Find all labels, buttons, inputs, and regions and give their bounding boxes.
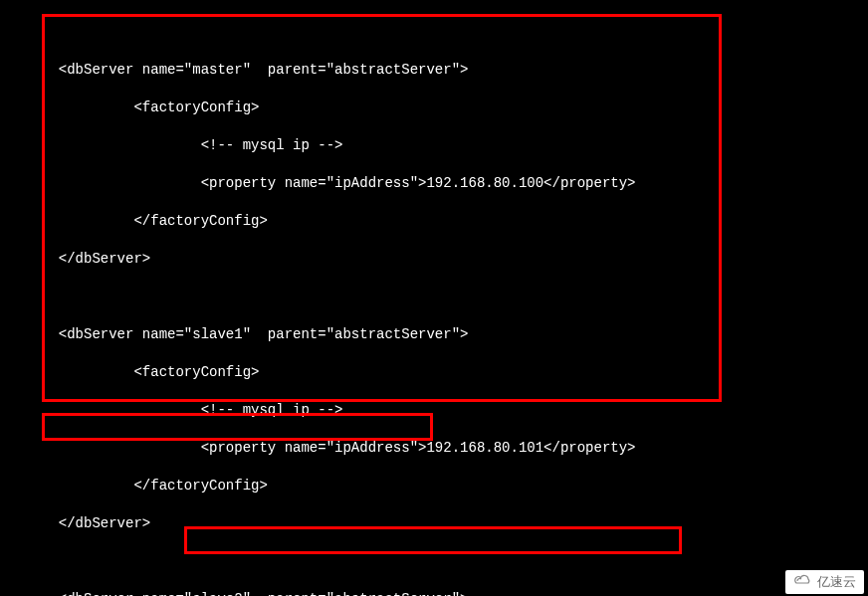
watermark-text: 亿速云: [817, 573, 856, 591]
code-line: <dbServer name="slave2" parent="abstract…: [0, 590, 868, 596]
code-line: [0, 552, 868, 571]
code-line: <property name="ipAddress">192.168.80.10…: [0, 174, 868, 193]
watermark: 亿速云: [785, 570, 864, 594]
terminal-content[interactable]: <dbServer name="master" parent="abstract…: [0, 0, 868, 596]
code-line: </factoryConfig>: [0, 212, 868, 231]
code-line: <dbServer name="slave1" parent="abstract…: [0, 325, 868, 344]
code-line: [0, 288, 868, 306]
code-line: <factoryConfig>: [0, 99, 868, 117]
code-line: <property name="ipAddress">192.168.80.10…: [0, 439, 868, 458]
cloud-icon: [793, 574, 813, 591]
code-line: <dbServer name="master" parent="abstract…: [0, 61, 868, 80]
code-line: </dbServer>: [0, 250, 868, 269]
code-line: <factoryConfig>: [0, 363, 868, 382]
code-line: </dbServer>: [0, 514, 868, 533]
code-line: [0, 23, 868, 42]
code-line: <!-- mysql ip -->: [0, 401, 868, 420]
code-line: </factoryConfig>: [0, 477, 868, 496]
code-line: <!-- mysql ip -->: [0, 136, 868, 155]
